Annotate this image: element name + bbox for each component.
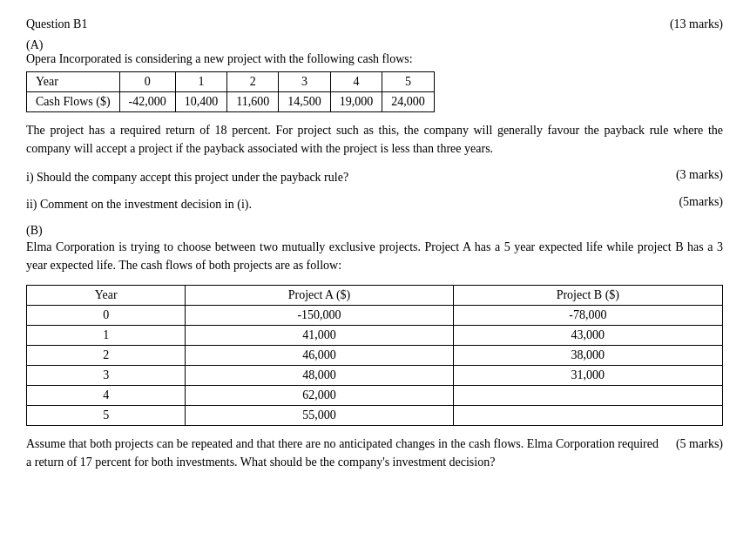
header-1: 1 xyxy=(175,72,227,92)
pb-row-4: 4 62,000 xyxy=(27,386,723,406)
pb-a-4: 62,000 xyxy=(186,386,453,406)
header-4: 4 xyxy=(330,72,382,92)
pb-row-0: 0 -150,000 -78,000 xyxy=(27,306,723,326)
header-year: Year xyxy=(27,72,120,92)
pb-year-3: 3 xyxy=(27,366,186,386)
part-b-intro: Elma Corporation is trying to choose bet… xyxy=(26,238,723,274)
question-i-row: i) Should the company accept this projec… xyxy=(26,168,723,186)
pb-year-1: 1 xyxy=(27,326,186,346)
pb-b-2: 38,000 xyxy=(453,346,722,366)
question-label: Question B1 xyxy=(26,17,87,31)
cf-2: 11,600 xyxy=(227,92,279,112)
pb-year-2: 2 xyxy=(27,346,186,366)
cf-4: 19,000 xyxy=(330,92,382,112)
pb-header-project-a: Project A ($) xyxy=(186,286,453,306)
pb-a-0: -150,000 xyxy=(186,306,453,326)
part-b-label: (B) xyxy=(26,224,723,238)
pb-b-1: 43,000 xyxy=(453,326,722,346)
pb-year-4: 4 xyxy=(27,386,186,406)
cf-1: 10,400 xyxy=(175,92,227,112)
marks-label: (13 marks) xyxy=(670,17,723,31)
pb-year-5: 5 xyxy=(27,406,186,426)
question-i-marks: (3 marks) xyxy=(676,168,723,182)
pb-year-0: 0 xyxy=(27,306,186,326)
header-2: 2 xyxy=(227,72,279,92)
pb-row-2: 2 46,000 38,000 xyxy=(27,346,723,366)
page: Question B1 (13 marks) (A) Opera Incorpo… xyxy=(26,17,723,471)
pb-b-3: 31,000 xyxy=(453,366,722,386)
conclusion-marks: (5 marks) xyxy=(676,435,723,453)
table-header-row: Year 0 1 2 3 4 5 xyxy=(27,72,435,92)
part-b-section: (B) Elma Corporation is trying to choose… xyxy=(26,224,723,471)
pb-b-4 xyxy=(453,386,722,406)
conclusion-row: Assume that both projects can be repeate… xyxy=(26,435,723,471)
question-ii-text: ii) Comment on the investment decision i… xyxy=(26,195,661,213)
cash-flows-label: Cash Flows ($) xyxy=(27,92,120,112)
part-b-header-row: Year Project A ($) Project B ($) xyxy=(27,286,723,306)
part-a-intro: Opera Incorporated is considering a new … xyxy=(26,52,723,66)
pb-row-3: 3 48,000 31,000 xyxy=(27,366,723,386)
header-5: 5 xyxy=(382,72,435,92)
header-0: 0 xyxy=(119,72,175,92)
part-a-section: (A) Opera Incorporated is considering a … xyxy=(26,38,723,213)
header-3: 3 xyxy=(279,72,331,92)
cf-0: -42,000 xyxy=(119,92,175,112)
part-a-label: (A) xyxy=(26,38,723,52)
question-ii-marks: (5marks) xyxy=(679,195,723,209)
part-a-description: The project has a required return of 18 … xyxy=(26,121,723,158)
header-row: Question B1 (13 marks) xyxy=(26,17,723,31)
pb-a-3: 48,000 xyxy=(186,366,453,386)
cash-flows-row: Cash Flows ($) -42,000 10,400 11,600 14,… xyxy=(27,92,435,112)
question-ii-row: ii) Comment on the investment decision i… xyxy=(26,195,723,213)
pb-header-year: Year xyxy=(27,286,186,306)
cf-3: 14,500 xyxy=(279,92,331,112)
part-b-table: Year Project A ($) Project B ($) 0 -150,… xyxy=(26,285,723,426)
pb-b-5 xyxy=(453,406,722,426)
cf-5: 24,000 xyxy=(382,92,435,112)
pb-a-1: 41,000 xyxy=(186,326,453,346)
conclusion-text: Assume that both projects can be repeate… xyxy=(26,435,659,471)
question-i-text: i) Should the company accept this projec… xyxy=(26,168,659,186)
pb-a-5: 55,000 xyxy=(186,406,453,426)
pb-row-5: 5 55,000 xyxy=(27,406,723,426)
cash-flows-table: Year 0 1 2 3 4 5 Cash Flows ($) -42,000 … xyxy=(26,71,435,112)
pb-row-1: 1 41,000 43,000 xyxy=(27,326,723,346)
pb-a-2: 46,000 xyxy=(186,346,453,366)
pb-b-0: -78,000 xyxy=(453,306,722,326)
pb-header-project-b: Project B ($) xyxy=(453,286,722,306)
